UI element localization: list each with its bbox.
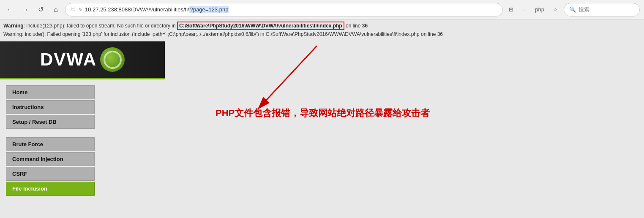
dvwa-logo-text: DVWA [40,49,97,70]
browser-actions: ⊞ ··· php ☆ [506,5,560,14]
dvwa-logo-circle [100,47,125,72]
reload-button[interactable]: ↺ [35,4,46,16]
nav-item-setup[interactable]: Setup / Reset DB [6,115,95,129]
dvwa-logo: DVWA [40,47,125,72]
back-button[interactable]: ← [4,4,16,16]
search-icon: 🔍 [569,6,576,13]
nav-section-top: Home Instructions Setup / Reset DB [6,85,159,129]
warning-area: Warning: include(123.php): failed to ope… [0,19,644,41]
nav-item-instructions[interactable]: Instructions [6,100,95,114]
home-button[interactable]: ⌂ [50,4,62,16]
address-text: 10.27.25.238:8088/DVWA/vulnerabilities/f… [85,6,497,13]
address-bar[interactable]: 🛡 ✎ 10.27.25.238:8088/DVWA/vulnerabiliti… [65,3,503,16]
edit-icon: ✎ [78,7,82,13]
nav-item-csrf[interactable]: CSRF [6,167,95,181]
annotation-area: PHP文件包含报错，导致网站绝对路径暴露给攻击者 [165,41,644,198]
search-placeholder: 搜索 [579,6,589,14]
warning-line-1: Warning: include(123.php): failed to ope… [3,22,641,30]
php-label: php [532,5,547,14]
main-content: DVWA Home Instructions Setup / Reset DB … [0,41,644,198]
warning-label-1: Warning [3,23,24,29]
warning-path-highlight: C:\SoftWare\PhpStudy2016\WWW\DVWA\vulner… [177,22,344,30]
more-icon[interactable]: ··· [519,5,529,14]
search-bar[interactable]: 🔍 搜索 [564,3,640,16]
dvwa-header: DVWA [0,41,165,79]
browser-chrome: ← → ↺ ⌂ 🛡 ✎ 10.27.25.238:8088/DVWA/vulne… [0,0,644,19]
bookmark-icon[interactable]: ☆ [550,5,560,14]
nav-item-home[interactable]: Home [6,85,95,99]
sidebar: DVWA Home Instructions Setup / Reset DB … [0,41,165,198]
warning-linenum-1: 36 [362,23,368,29]
nav-section-vulns: Brute Force Command Injection CSRF File … [6,137,159,196]
nav-menu: Home Instructions Setup / Reset DB Brute… [0,79,165,196]
svg-line-1 [258,46,317,109]
grid-icon[interactable]: ⊞ [506,5,516,14]
nav-item-bruteforce[interactable]: Brute Force [6,137,95,151]
nav-item-file-inclusion[interactable]: File Inclusion [6,182,95,196]
security-icon: 🛡 [71,7,76,13]
url-base: 10.27.25.238:8088/DVWA/vulnerabilities/f… [85,6,189,13]
annotation-arrow [165,41,644,198]
forward-button[interactable]: → [19,4,31,16]
warning-line-2: Warning: include(): Failed opening '123.… [3,30,641,38]
nav-item-command-injection[interactable]: Command Injection [6,152,95,166]
url-highlight: ?page=123.php [189,6,229,13]
warning-text-1: : include(123.php): failed to open strea… [24,23,177,29]
warning-suffix-1: on line [344,23,362,29]
annotation-text: PHP文件包含报错，导致网站绝对路径暴露给攻击者 [216,107,430,120]
